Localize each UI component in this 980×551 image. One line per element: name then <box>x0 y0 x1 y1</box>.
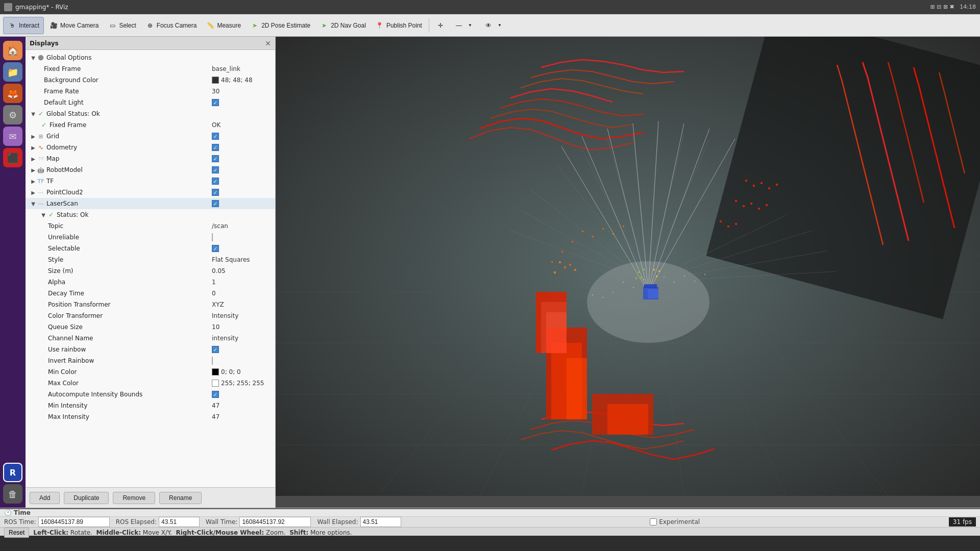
tree-row-odometry[interactable]: ▶ ∿ Odometry <box>26 142 275 153</box>
decay-value[interactable]: 0 <box>212 290 273 297</box>
reset-button[interactable]: Reset <box>4 528 29 538</box>
add-button[interactable]: Add <box>30 492 60 504</box>
tree-row-invert-rainbow[interactable]: Invert Rainbow <box>26 355 275 366</box>
grid-checkbox[interactable] <box>212 133 273 140</box>
default-light-checkbox[interactable] <box>212 99 273 106</box>
tree-row-alpha[interactable]: Alpha 1 <box>26 277 275 288</box>
tree-row-bg-color[interactable]: Background Color 48; 48; 48 <box>26 74 275 86</box>
remove-button[interactable]: Remove <box>113 492 155 504</box>
robot-model-cb[interactable] <box>212 166 219 173</box>
tree-row-map[interactable]: ▶ 🗺 Map <box>26 153 275 164</box>
alpha-value[interactable]: 1 <box>212 279 273 286</box>
tree-row-frame-rate[interactable]: Frame Rate 30 <box>26 86 275 97</box>
tree-row-max-color[interactable]: Max Color 255; 255; 255 <box>26 378 275 389</box>
selectable-checkbox[interactable] <box>212 245 273 252</box>
unreliable-checkbox[interactable] <box>212 234 273 241</box>
wall-time-input[interactable] <box>239 517 311 527</box>
channel-name-value[interactable]: intensity <box>212 335 273 342</box>
dock-trash[interactable]: 🗑 <box>3 484 22 504</box>
frame-rate-value[interactable]: 30 <box>212 88 273 95</box>
measure-button[interactable]: 📏 Measure <box>202 17 245 34</box>
laserscan-cb[interactable] <box>212 200 219 207</box>
tree-row-max-intensity[interactable]: Max Intensity 47 <box>26 411 275 422</box>
move-camera-button[interactable]: 🎥 Move Camera <box>45 17 103 34</box>
ros-time-input[interactable] <box>38 517 110 527</box>
unreliable-cb[interactable] <box>212 233 213 241</box>
selectable-cb[interactable] <box>212 245 219 252</box>
dock-browser[interactable]: 🦊 <box>3 84 22 103</box>
view-dropdown-button[interactable]: — ▼ <box>450 17 479 34</box>
crosshair-button[interactable]: ✛ <box>432 17 449 34</box>
tree-row-pointcloud2[interactable]: ▶ ⋯ PointCloud2 <box>26 187 275 198</box>
invert-rainbow-cb[interactable] <box>212 357 213 365</box>
panel-close-button[interactable]: ✕ <box>265 39 271 47</box>
tree-row-channel-name[interactable]: Channel Name intensity <box>26 333 275 344</box>
size-value[interactable]: 0.05 <box>212 267 273 274</box>
odometry-cb[interactable] <box>212 144 219 151</box>
use-rainbow-checkbox[interactable] <box>212 346 273 353</box>
duplicate-button[interactable]: Duplicate <box>64 492 109 504</box>
position-transformer-value[interactable]: XYZ <box>212 301 273 308</box>
tree-row-tf[interactable]: ▶ TF TF <box>26 176 275 187</box>
tree-row-use-rainbow[interactable]: Use rainbow <box>26 344 275 355</box>
dock-rviz[interactable]: R <box>3 463 22 482</box>
tree-row-min-color[interactable]: Min Color 0; 0; 0 <box>26 366 275 378</box>
focus-camera-button[interactable]: ⊕ Focus Camera <box>141 17 201 34</box>
tree-row-global-options[interactable]: ▼ Global Options <box>26 52 275 63</box>
rename-button[interactable]: Rename <box>159 492 202 504</box>
experimental-checkbox[interactable] <box>650 518 657 525</box>
tree-row-min-intensity[interactable]: Min Intensity 47 <box>26 400 275 411</box>
tree-row-decay[interactable]: Decay Time 0 <box>26 288 275 299</box>
global-status-arrow[interactable]: ▼ <box>30 111 37 117</box>
interact-button[interactable]: 🖱 Interact <box>3 17 44 34</box>
pointcloud2-checkbox[interactable] <box>212 189 273 196</box>
publish-point-button[interactable]: 📍 Publish Point <box>371 17 426 34</box>
max-color-value[interactable]: 255; 255; 255 <box>212 380 273 387</box>
tree-row-laserscan[interactable]: ▼ ⋯ LaserScan <box>26 198 275 209</box>
color-transformer-value[interactable]: Intensity <box>212 312 273 319</box>
wall-elapsed-input[interactable] <box>360 517 401 527</box>
laserscan-arrow[interactable]: ▼ <box>30 201 37 207</box>
use-rainbow-cb[interactable] <box>212 346 219 353</box>
3d-viewport[interactable] <box>276 37 980 508</box>
global-options-arrow[interactable]: ▼ <box>30 55 37 61</box>
camera-view-button[interactable]: 👁 ▼ <box>480 17 508 34</box>
invert-rainbow-checkbox[interactable] <box>212 357 273 364</box>
fixed-frame-value[interactable]: base_link <box>212 65 273 72</box>
tree-row-queue-size[interactable]: Queue Size 10 <box>26 321 275 333</box>
ros-elapsed-input[interactable] <box>159 517 200 527</box>
queue-size-value[interactable]: 10 <box>212 323 273 331</box>
bg-color-value[interactable]: 48; 48; 48 <box>212 77 273 84</box>
dock-settings[interactable]: ⚙ <box>3 105 22 124</box>
laserscan-checkbox[interactable] <box>212 200 273 207</box>
grid-arrow[interactable]: ▶ <box>30 134 37 139</box>
tf-cb[interactable] <box>212 178 219 185</box>
select-button[interactable]: ▭ Select <box>104 17 140 34</box>
tree-row-style[interactable]: Style Flat Squares <box>26 254 275 265</box>
tree-row-default-light[interactable]: Default Light <box>26 97 275 108</box>
dock-mail[interactable]: ✉ <box>3 127 22 146</box>
pointcloud2-arrow[interactable]: ▶ <box>30 190 37 195</box>
max-intensity-value[interactable]: 47 <box>212 413 273 420</box>
tree-row-fixed-frame[interactable]: Fixed Frame base_link <box>26 63 275 74</box>
grid-cb[interactable] <box>212 133 219 140</box>
robot-model-arrow[interactable]: ▶ <box>30 167 37 173</box>
tree-row-robot-model[interactable]: ▶ 🤖 RobotModel <box>26 164 275 176</box>
tree-row-unreliable[interactable]: Unreliable <box>26 232 275 243</box>
min-intensity-value[interactable]: 47 <box>212 402 273 409</box>
dock-terminal[interactable]: ⬛ <box>3 148 22 167</box>
odometry-checkbox[interactable] <box>212 144 273 151</box>
style-value[interactable]: Flat Squares <box>212 256 273 263</box>
tree-row-selectable[interactable]: Selectable <box>26 243 275 254</box>
tree-row-color-transformer[interactable]: Color Transformer Intensity <box>26 310 275 321</box>
tree-row-grid[interactable]: ▶ ⊞ Grid <box>26 131 275 142</box>
dock-files[interactable]: 📁 <box>3 62 22 82</box>
status-ok-arrow[interactable]: ▼ <box>40 212 47 218</box>
autocompute-checkbox[interactable] <box>212 391 273 398</box>
tree-row-topic[interactable]: Topic /scan <box>26 220 275 232</box>
min-color-value[interactable]: 0; 0; 0 <box>212 368 273 375</box>
tree-row-global-status[interactable]: ▼ ✓ Global Status: Ok <box>26 108 275 119</box>
tree-row-size[interactable]: Size (m) 0.05 <box>26 265 275 277</box>
map-cb[interactable] <box>212 155 219 162</box>
map-checkbox[interactable] <box>212 155 273 162</box>
